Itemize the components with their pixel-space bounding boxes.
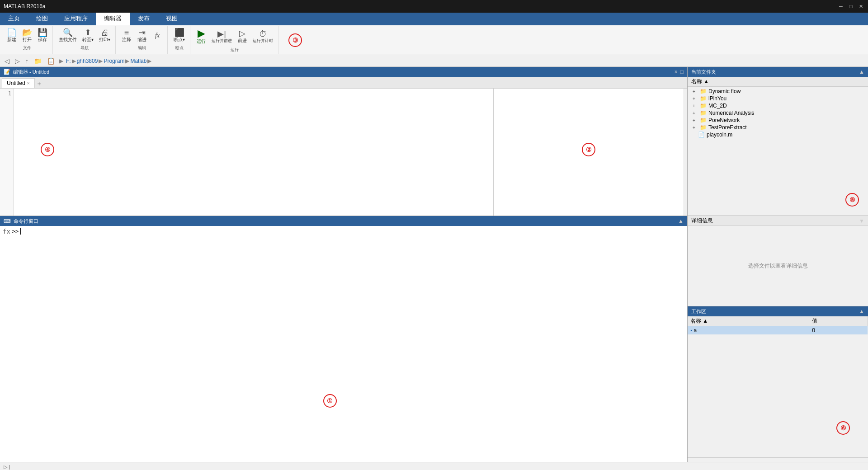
folder-content: + 📁 Dynamic flow + 📁 iPinYou + 📁 MC_2D +… (688, 87, 868, 216)
path-user[interactable]: ghh3809 (77, 58, 98, 64)
nav-group-label: 导航 (80, 45, 89, 51)
nav-folder-btn[interactable]: 📁 (32, 57, 43, 65)
nav-browse-btn[interactable]: 📋 (45, 57, 57, 65)
folder-item-porenetwork[interactable]: + 📁 PoreNetwork (689, 117, 867, 124)
toolbar-group-file: 📄 新建 📂 打开 💾 保存 文件 (2, 26, 53, 54)
current-folder-panel: 当前文件夹 ▲ 名称 ▲ + 📁 Dynamic flow + 📁 iPinYo… (688, 67, 868, 216)
menu-apps[interactable]: 应用程序 (56, 13, 96, 25)
nav-up-btn[interactable]: ↑ (24, 57, 30, 65)
editor-tab-close[interactable]: × (27, 81, 30, 86)
path-program[interactable]: Program (104, 58, 124, 64)
command-content[interactable]: fx >> (0, 226, 687, 462)
path-matlab[interactable]: Matlab (130, 58, 146, 64)
window-controls: ─ □ ✕ (837, 3, 864, 10)
expand-icon-5: + (690, 125, 698, 130)
menu-view[interactable]: 视图 (158, 13, 186, 25)
command-expand-btn[interactable]: ▲ (678, 218, 684, 224)
workspace-expand-btn[interactable]: ▲ (859, 308, 864, 315)
edit-group-label: 编辑 (138, 45, 146, 51)
folder-item-label-5: TestPoreExtract (708, 124, 747, 131)
title-bar: MATLAB R2016a ─ □ ✕ (0, 0, 868, 13)
maximize-button[interactable]: □ (847, 3, 854, 10)
mfile-icon-6: 📄 (698, 132, 705, 138)
annotation-circle-3: ③ (288, 33, 302, 47)
detail-expand-btn[interactable]: ▼ (859, 218, 864, 224)
minimize-button[interactable]: ─ (837, 3, 844, 10)
folder-icon-5: 📁 (699, 124, 707, 131)
toolbar-breakpoint-btn[interactable]: ⬛ 断点▾ (171, 27, 187, 44)
menu-publish[interactable]: 发布 (130, 13, 158, 25)
editor-right-pane[interactable]: ② (494, 89, 684, 216)
editor-expand-btn[interactable]: □ (680, 69, 684, 75)
command-panel-header: ⌨ 命令行窗口 ▲ (0, 216, 687, 226)
folder-item-ipinyou[interactable]: + 📁 iPinYou (689, 95, 867, 102)
editor-tab-label: Untitled (7, 80, 25, 86)
toolbar-print-btn[interactable]: 🖨 打印▾ (97, 27, 113, 44)
status-text: ▷ | (4, 464, 10, 470)
toolbar-fx-btn[interactable]: fx (150, 31, 165, 40)
toolbar-group-edit: ≡ 注释 ⇥ 缩进 fx 编辑 (117, 26, 168, 54)
menu-home[interactable]: 主页 (0, 13, 28, 25)
editor-scrollbar[interactable] (684, 89, 687, 216)
current-folder-title: 当前文件夹 (691, 69, 716, 75)
address-path: F: ▶ ghh3809 ▶ Program ▶ Matlab ▶ (66, 58, 151, 64)
toolbar-advance-btn[interactable]: ▷ 前进 (235, 28, 250, 45)
workspace-header: 工作区 ▲ (688, 306, 868, 316)
toolbar-group-nav: 🔍 查找文件 ⬆ 转至▾ 🖨 打印▾ 导航 (54, 26, 116, 54)
run-advance-icon: ▶| (217, 30, 226, 38)
line-numbers: 1 (0, 89, 14, 216)
folder-item-dynamic-flow[interactable]: + 📁 Dynamic flow (689, 88, 867, 95)
main-layout: 📝 编辑器 - Untitled × □ Untitled × + 1 (0, 67, 868, 462)
editor-tab-untitled[interactable]: Untitled × (2, 78, 35, 88)
folder-item-label-3: Numerical Analysis (708, 110, 754, 116)
menu-plot[interactable]: 绘图 (28, 13, 56, 25)
workspace-table: 名称 ▲ 值 ▪ a 0 (688, 316, 868, 335)
workspace-row-a[interactable]: ▪ a 0 (688, 326, 868, 335)
status-bar: ▷ | (0, 462, 868, 470)
folder-icon-3: 📁 (699, 110, 707, 116)
cmd-cursor (20, 228, 21, 235)
advance-icon: ▷ (239, 29, 245, 38)
workspace-col-value: 值 (809, 316, 868, 326)
indent-icon: ⇥ (139, 28, 146, 37)
goto-icon: ⬆ (85, 28, 91, 37)
toolbar-comment-btn[interactable]: ≡ 注释 (119, 27, 134, 44)
toolbar-goto-btn[interactable]: ⬆ 转至▾ (80, 27, 96, 44)
open-icon: 📂 (22, 28, 32, 37)
folder-col-name: 名称 ▲ (691, 78, 709, 85)
editor-tab-add[interactable]: + (35, 79, 44, 88)
annotation-3-area: ③ (279, 26, 302, 54)
folder-item-testpore[interactable]: + 📁 TestPoreExtract (689, 124, 867, 131)
workspace-scrollbar[interactable] (688, 457, 868, 462)
menu-editor[interactable]: 编辑器 (96, 13, 130, 25)
close-button[interactable]: ✕ (857, 3, 864, 10)
app-title: MATLAB R2016a (4, 3, 46, 9)
toolbar-indent-btn[interactable]: ⇥ 缩进 (135, 27, 149, 44)
toolbar-findfile-btn[interactable]: 🔍 查找文件 (57, 27, 79, 44)
nav-forward-btn[interactable]: ▷ (13, 57, 22, 65)
annotation-circle-5: ⑤ (845, 193, 859, 207)
toolbar-run-btn[interactable]: ▶ 运行 (194, 27, 208, 46)
folder-item-playcoin[interactable]: 📄 playcoin.m (689, 131, 867, 138)
toolbar-new-btn[interactable]: 📄 新建 (5, 27, 19, 44)
save-icon: 💾 (38, 28, 47, 37)
folder-expand-btn[interactable]: ▲ (859, 69, 864, 75)
editor-close-btn[interactable]: × (675, 69, 678, 75)
editor-panel-icon: 📝 (4, 69, 10, 75)
findfile-icon: 🔍 (63, 28, 73, 37)
run-icon: ▶ (198, 28, 205, 38)
folder-item-label-6: playcoin.m (707, 132, 732, 138)
path-drive[interactable]: F: (66, 58, 71, 64)
toolbar-save-btn[interactable]: 💾 保存 (35, 27, 50, 44)
toolbar-run-advance-btn[interactable]: ▶| 运行并前进 (209, 28, 234, 45)
editor-panel: 📝 编辑器 - Untitled × □ Untitled × + 1 (0, 67, 687, 216)
folder-item-mc2d[interactable]: + 📁 MC_2D (689, 102, 867, 109)
toolbar-open-btn[interactable]: 📂 打开 (20, 27, 34, 44)
folder-item-numerical[interactable]: + 📁 Numerical Analysis (689, 109, 867, 117)
workspace-var-indicator: ▪ (690, 327, 692, 334)
nav-back-btn[interactable]: ◁ (3, 57, 11, 65)
editor-panel-title: 编辑器 - Untitled (13, 69, 49, 75)
code-editor[interactable]: ④ (14, 89, 493, 216)
file-group-label: 文件 (23, 45, 31, 51)
toolbar-run-timer-btn[interactable]: ⏱ 运行并计时 (250, 28, 275, 45)
